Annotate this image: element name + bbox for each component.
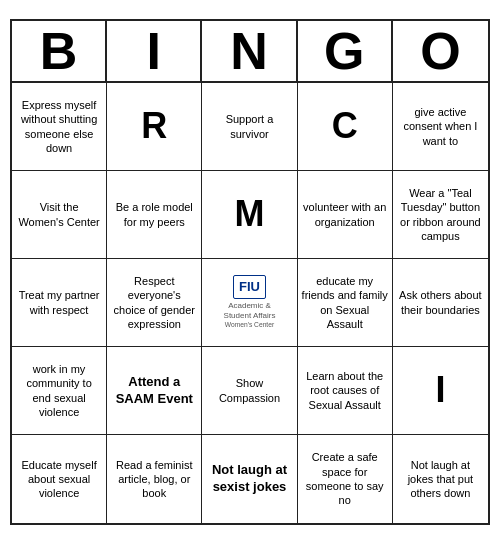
bingo-header-letter: B <box>12 21 107 81</box>
bingo-cell-r1c2: R <box>107 83 202 171</box>
bingo-grid: Express myself without shutting someone … <box>12 83 488 523</box>
bingo-cell-r4c5: I <box>393 347 488 435</box>
bingo-cell-r4c4: Learn about the root causes of Sexual As… <box>298 347 393 435</box>
bingo-cell-r4c2: Attend a SAAM Event <box>107 347 202 435</box>
bingo-header-letter: O <box>393 21 488 81</box>
bingo-cell-r1c5: give active consent when I want to <box>393 83 488 171</box>
bingo-cell-r3c4: educate my friends and family on Sexual … <box>298 259 393 347</box>
bingo-cell-r1c4: C <box>298 83 393 171</box>
bingo-cell-r2c3: M <box>202 171 297 259</box>
bingo-cell-r3c3: FIU Academic &Student AffairsWomen's Cen… <box>202 259 297 347</box>
bingo-header: BINGO <box>12 21 488 83</box>
bingo-cell-r3c1: Treat my partner with respect <box>12 259 107 347</box>
bingo-cell-r1c3: Support a survivor <box>202 83 297 171</box>
bingo-cell-r1c1: Express myself without shutting someone … <box>12 83 107 171</box>
bingo-header-letter: G <box>298 21 393 81</box>
bingo-cell-r5c2: Read a feminist article, blog, or book <box>107 435 202 523</box>
bingo-cell-r2c2: Be a role model for my peers <box>107 171 202 259</box>
bingo-cell-r2c4: volunteer with an organization <box>298 171 393 259</box>
bingo-cell-r5c3: Not laugh at sexist jokes <box>202 435 297 523</box>
bingo-card: BINGO Express myself without shutting so… <box>10 19 490 525</box>
bingo-cell-r5c1: Educate myself about sexual violence <box>12 435 107 523</box>
bingo-cell-r4c3: Show Compassion <box>202 347 297 435</box>
bingo-cell-r2c1: Visit the Women's Center <box>12 171 107 259</box>
bingo-header-letter: N <box>202 21 297 81</box>
bingo-cell-r5c4: Create a safe space for someone to say n… <box>298 435 393 523</box>
bingo-cell-r3c2: Respect everyone's choice of gender expr… <box>107 259 202 347</box>
fiu-logo: FIU Academic &Student AffairsWomen's Cen… <box>224 275 276 329</box>
bingo-cell-r5c5: Not laugh at jokes that put others down <box>393 435 488 523</box>
bingo-cell-r4c1: work in my community to end sexual viole… <box>12 347 107 435</box>
bingo-cell-r3c5: Ask others about their boundaries <box>393 259 488 347</box>
bingo-cell-r2c5: Wear a "Teal Tuesday" button or ribbon a… <box>393 171 488 259</box>
bingo-header-letter: I <box>107 21 202 81</box>
